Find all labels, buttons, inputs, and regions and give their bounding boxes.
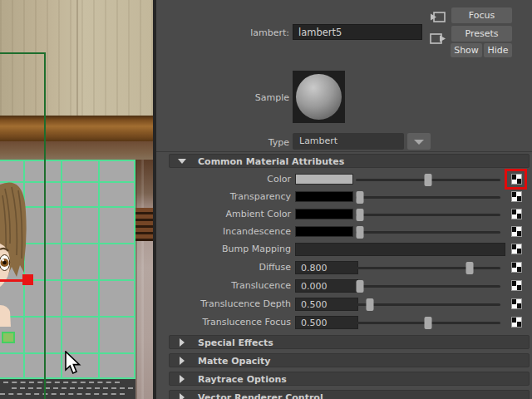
- photo-wood-lower: [0, 141, 153, 160]
- collapse-arrow-icon: [180, 338, 185, 347]
- color-swatch[interactable]: [295, 174, 353, 185]
- slider-track[interactable]: [356, 196, 500, 199]
- slider-handle[interactable]: [367, 298, 374, 311]
- map-checker-icon[interactable]: [511, 244, 522, 254]
- slider-handle[interactable]: [357, 280, 364, 293]
- slider-track[interactable]: [356, 322, 500, 324]
- grid-line: [98, 160, 100, 379]
- collapse-arrow-icon: [180, 375, 185, 383]
- type-label: Type: [156, 137, 289, 148]
- attr-row-ambient-color: Ambient Color: [156, 207, 532, 222]
- material-sample-swatch[interactable]: [293, 71, 345, 123]
- node-type-label: lambert:: [156, 27, 289, 38]
- slider-handle[interactable]: [357, 209, 364, 221]
- separator: [156, 151, 532, 152]
- section-special-effects[interactable]: Special Effects: [169, 335, 530, 349]
- map-checker-icon[interactable]: [511, 298, 522, 309]
- floor-dash: [0, 393, 125, 395]
- hide-button[interactable]: Hide: [484, 43, 512, 57]
- mouse-cursor-icon: [63, 351, 83, 377]
- maya-window: { "viewport": { "description": "perspect…: [0, 0, 532, 399]
- attribute-editor-panel: lambert: Focus Presets Show Hide Sample …: [156, 0, 532, 399]
- section-vector-renderer-control[interactable]: Vector Renderer Control: [169, 390, 530, 399]
- show-button[interactable]: Show: [451, 43, 482, 57]
- photo-slats: [135, 208, 153, 241]
- attr-row-bump-mapping: Bump Mapping: [156, 242, 532, 257]
- map-button-highlight: [505, 169, 527, 190]
- slider-track[interactable]: [356, 267, 500, 269]
- material-type-dropdown[interactable]: Lambert: [293, 133, 404, 150]
- map-checker-icon[interactable]: [511, 209, 522, 219]
- floor-dash: [12, 387, 133, 389]
- section-title: Common Material Attributes: [198, 156, 344, 167]
- focus-button[interactable]: Focus: [451, 7, 512, 23]
- attr-label: Color: [156, 174, 291, 185]
- translucence-value-input[interactable]: [295, 279, 358, 293]
- collapse-arrow-icon: [180, 357, 185, 365]
- section-matte-opacity[interactable]: Matte Opacity: [169, 353, 530, 367]
- input-connections-icon[interactable]: [428, 10, 447, 25]
- slider-track[interactable]: [356, 303, 500, 306]
- slider-handle[interactable]: [357, 191, 364, 204]
- map-checker-icon[interactable]: [511, 262, 522, 273]
- attr-row-transparency: Transparency: [156, 190, 532, 204]
- slider-track[interactable]: [356, 231, 500, 234]
- floor-dash: [3, 382, 120, 383]
- section-title: Special Effects: [198, 337, 273, 348]
- grid-line: [61, 160, 62, 379]
- section-title: Vector Renderer Control: [198, 392, 323, 399]
- slider-track[interactable]: [356, 285, 500, 288]
- attr-label: Ambient Color: [156, 209, 291, 219]
- character-shoulder: [0, 305, 11, 327]
- character-head: [0, 179, 42, 332]
- attr-label: Translucence Focus: [156, 317, 291, 328]
- slider-handle[interactable]: [425, 317, 432, 329]
- section-raytrace-options[interactable]: Raytrace Options: [169, 372, 530, 386]
- attr-label: Transparency: [156, 191, 291, 202]
- map-checker-icon[interactable]: [511, 226, 522, 237]
- map-checker-icon[interactable]: [511, 317, 522, 328]
- expand-arrow-icon: [178, 159, 186, 164]
- bump-mapping-input[interactable]: [295, 243, 505, 256]
- chevron-down-icon: [414, 140, 424, 145]
- attr-row-diffuse: Diffuse: [156, 260, 532, 275]
- attr-row-translucence-focus: Translucence Focus: [156, 315, 532, 330]
- diffuse-value-input[interactable]: [295, 261, 358, 274]
- output-connections-icon[interactable]: [428, 32, 447, 47]
- slider-track[interactable]: [356, 179, 500, 181]
- slider-handle[interactable]: [357, 226, 364, 239]
- camera-frustum-line-horizontal: [0, 52, 45, 54]
- section-common-material-attributes[interactable]: Common Material Attributes: [169, 154, 530, 168]
- photo-wood-rail: [0, 116, 153, 141]
- collapse-arrow-icon: [180, 393, 185, 399]
- manipulator-line: [0, 279, 23, 282]
- sample-sphere: [296, 74, 342, 120]
- dropdown-arrow-button[interactable]: [407, 133, 431, 150]
- sample-label: Sample: [156, 92, 289, 103]
- photo-pillar: [135, 160, 153, 399]
- map-checker-icon[interactable]: [511, 191, 522, 202]
- slider-track[interactable]: [356, 214, 500, 216]
- attr-row-translucence: Translucence: [156, 278, 532, 293]
- manipulator-handle[interactable]: [22, 274, 33, 285]
- map-checker-icon[interactable]: [511, 280, 522, 291]
- translucence-depth-value-input[interactable]: [295, 298, 358, 311]
- slider-handle[interactable]: [466, 262, 474, 274]
- attr-row-color: Color: [156, 172, 532, 187]
- attr-label: Translucence Depth: [156, 298, 291, 309]
- color-swatch[interactable]: [295, 191, 353, 202]
- attr-row-translucence-depth: Translucence Depth: [156, 297, 532, 312]
- translucence-focus-value-input[interactable]: [295, 316, 358, 329]
- presets-button[interactable]: Presets: [451, 26, 512, 42]
- color-swatch[interactable]: [295, 209, 353, 219]
- color-swatch[interactable]: [295, 226, 353, 237]
- character-pupil: [2, 261, 7, 265]
- attr-label: Diffuse: [156, 262, 291, 273]
- section-title: Raytrace Options: [198, 374, 287, 385]
- eye-highlight: [2, 259, 4, 262]
- attr-label: Translucence: [156, 280, 291, 291]
- 3d-viewport[interactable]: [0, 0, 153, 399]
- attr-label: Bump Mapping: [156, 244, 291, 254]
- node-name-input[interactable]: [293, 24, 422, 40]
- slider-handle[interactable]: [425, 174, 432, 186]
